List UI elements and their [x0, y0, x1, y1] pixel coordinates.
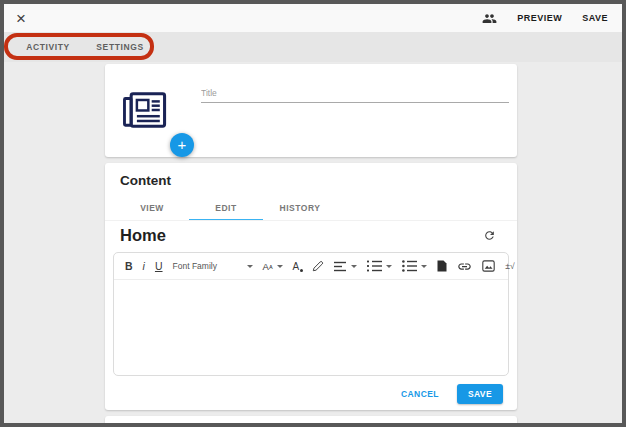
close-icon[interactable]: ×	[16, 10, 26, 27]
main-tab-bar: ACTIVITY SETTINGS	[4, 32, 622, 62]
chevron-down-icon	[351, 265, 357, 268]
color-dot-icon	[300, 269, 303, 272]
group-icon[interactable]	[482, 11, 497, 26]
tab-edit[interactable]: EDIT	[189, 198, 263, 221]
font-size-dropdown[interactable]: Aᴀ	[263, 261, 283, 272]
underline-button[interactable]: U	[155, 260, 163, 272]
unordered-list-dropdown[interactable]	[402, 260, 427, 272]
save-button[interactable]: SAVE	[582, 13, 608, 23]
font-family-dropdown[interactable]: Font Family	[173, 261, 253, 271]
active-tab-underline	[14, 56, 82, 59]
rich-text-editor: B i U Font Family Aᴀ A	[113, 252, 509, 376]
next-card-partial	[105, 416, 517, 427]
align-dropdown[interactable]	[334, 261, 357, 272]
content-tab-bar: VIEW EDIT HISTORY	[115, 198, 337, 221]
content-heading: Content	[120, 173, 171, 188]
newspaper-icon	[121, 89, 169, 135]
tab-history[interactable]: HISTORY	[263, 198, 337, 221]
font-family-label: Font Family	[173, 261, 243, 271]
chevron-down-icon	[386, 265, 392, 268]
special-characters-button[interactable]: ±√	[505, 261, 514, 271]
chevron-down-icon	[247, 265, 253, 268]
chevron-down-icon	[277, 265, 283, 268]
bold-button[interactable]: B	[125, 260, 133, 272]
top-bar: × PREVIEW SAVE	[4, 4, 622, 32]
editor-footer: CANCEL SAVE	[401, 384, 503, 404]
editor-toolbar: B i U Font Family Aᴀ A	[114, 253, 508, 280]
editor-body[interactable]	[114, 280, 508, 375]
document-icon[interactable]	[437, 260, 447, 272]
title-field-wrapper	[201, 82, 509, 103]
title-input[interactable]	[201, 85, 509, 103]
refresh-icon[interactable]	[483, 229, 496, 242]
content-card: Content VIEW EDIT HISTORY Home B i U	[105, 163, 517, 410]
chevron-down-icon	[421, 265, 427, 268]
tab-view-label: VIEW	[140, 203, 164, 213]
title-card: +	[105, 64, 517, 157]
pen-icon[interactable]	[312, 260, 324, 272]
content-save-button[interactable]: SAVE	[457, 384, 503, 404]
tab-history-label: HISTORY	[280, 203, 321, 213]
tab-activity[interactable]: ACTIVITY	[12, 32, 84, 62]
link-icon[interactable]	[457, 259, 472, 274]
ordered-list-dropdown[interactable]	[367, 260, 392, 272]
page-title: Home	[120, 226, 166, 245]
tab-settings[interactable]: SETTINGS	[84, 32, 156, 62]
top-bar-actions: PREVIEW SAVE	[482, 11, 608, 26]
app-window: × PREVIEW SAVE ACTIVITY SETTINGS	[0, 0, 626, 427]
tab-view[interactable]: VIEW	[115, 198, 189, 221]
cancel-button[interactable]: CANCEL	[401, 389, 439, 399]
preview-button[interactable]: PREVIEW	[517, 13, 562, 23]
text-color-label: A	[293, 261, 300, 272]
font-size-label-small: ᴀ	[269, 262, 273, 271]
tab-activity-label: ACTIVITY	[26, 42, 70, 52]
text-color-button[interactable]: A	[293, 261, 303, 272]
tab-settings-label: SETTINGS	[96, 42, 143, 52]
tab-edit-label: EDIT	[215, 203, 236, 213]
tabs-divider	[105, 220, 517, 221]
image-icon[interactable]	[482, 260, 495, 272]
add-button[interactable]: +	[170, 133, 194, 157]
italic-button[interactable]: i	[143, 260, 145, 272]
